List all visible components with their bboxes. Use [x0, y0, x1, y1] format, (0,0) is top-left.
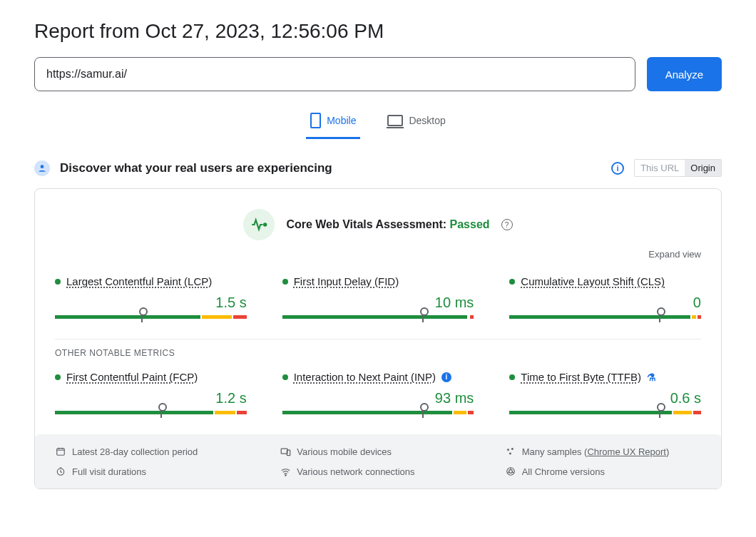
crux-link[interactable]: Chrome UX Report	[587, 446, 666, 457]
metric-value: 1.5 s	[55, 295, 247, 311]
metric-name[interactable]: Largest Contentful Paint (LCP)	[66, 275, 212, 287]
experimental-icon[interactable]: ⚗	[647, 372, 656, 383]
analyze-button[interactable]: Analyze	[647, 57, 722, 91]
tab-desktop-label: Desktop	[409, 115, 445, 126]
metric-name[interactable]: Cumulative Layout Shift (CLS)	[521, 275, 665, 287]
status-dot	[55, 374, 61, 380]
svg-point-6	[511, 448, 514, 450]
other-metrics-label: OTHER NOTABLE METRICS	[55, 348, 701, 358]
footer-devices: Various mobile devices	[280, 446, 476, 457]
tab-mobile[interactable]: Mobile	[306, 106, 360, 139]
footer-versions: All Chrome versions	[505, 466, 701, 477]
metric-value: 0	[509, 295, 701, 311]
tab-mobile-label: Mobile	[327, 115, 356, 126]
svg-point-5	[507, 449, 509, 451]
status-dot	[509, 279, 515, 285]
chrome-icon	[505, 466, 516, 477]
expand-view-link[interactable]: Expand view	[55, 249, 701, 260]
divider	[55, 339, 701, 339]
metric: Largest Contentful Paint (LCP)1.5 s	[55, 275, 247, 319]
url-origin-toggle[interactable]: This URL Origin	[634, 159, 722, 177]
bar-marker	[659, 406, 660, 418]
report-title: Report from Oct 27, 2023, 12:56:06 PM	[34, 20, 722, 43]
bar-marker	[659, 311, 660, 322]
tab-desktop[interactable]: Desktop	[383, 106, 449, 139]
metric-name[interactable]: Time to First Byte (TTFB)	[521, 371, 641, 383]
metric: Interaction to Next Paint (INP)i93 ms	[282, 371, 474, 414]
toggle-this-url[interactable]: This URL	[635, 160, 685, 176]
calendar-icon	[55, 446, 66, 457]
metric: Cumulative Layout Shift (CLS)0	[509, 275, 701, 319]
svg-point-11	[509, 470, 512, 474]
footer-period: Latest 28-day collection period	[55, 446, 251, 457]
status-dot	[509, 374, 515, 380]
bar-marker	[422, 311, 424, 322]
status-dot	[282, 374, 288, 380]
metric-bar	[509, 411, 701, 414]
svg-rect-2	[57, 449, 65, 455]
assessment-help-icon[interactable]: ?	[501, 219, 513, 230]
metric-value: 1.2 s	[55, 390, 247, 406]
bar-marker	[422, 406, 424, 418]
collection-footer: Latest 28-day collection period Various …	[35, 434, 721, 489]
assessment-text: Core Web Vitals Assessment: Passed	[286, 218, 489, 231]
footer-network: Various network connections	[280, 466, 476, 477]
pulse-icon	[243, 209, 275, 240]
bar-marker	[141, 311, 143, 322]
metric-value: 93 ms	[282, 390, 474, 406]
footer-durations: Full visit durations	[55, 466, 251, 477]
status-dot	[55, 279, 61, 285]
metric: First Input Delay (FID)10 ms	[282, 275, 474, 319]
svg-rect-3	[281, 449, 287, 454]
status-dot	[282, 279, 288, 285]
users-icon	[34, 160, 50, 176]
url-input[interactable]	[34, 57, 635, 91]
metric-bar	[509, 315, 701, 319]
mobile-icon	[310, 113, 321, 128]
svg-point-1	[264, 223, 266, 225]
footer-samples: Many samples (Chrome UX Report)	[505, 446, 701, 457]
svg-point-7	[509, 452, 511, 454]
metric-name[interactable]: First Input Delay (FID)	[294, 275, 399, 287]
metric-value: 10 ms	[282, 295, 474, 311]
metric-bar	[282, 315, 474, 319]
devices-icon	[280, 446, 291, 457]
metric-bar	[282, 411, 474, 414]
metric-bar	[55, 315, 247, 319]
metric-name[interactable]: First Contentful Paint (FCP)	[66, 371, 198, 383]
info-badge-icon[interactable]: i	[441, 372, 451, 382]
desktop-icon	[387, 115, 403, 126]
metric: Time to First Byte (TTFB)⚗0.6 s	[509, 371, 701, 414]
metric-bar	[55, 411, 247, 414]
clock-icon	[55, 466, 66, 477]
svg-point-0	[41, 165, 44, 168]
wifi-icon	[280, 466, 291, 477]
svg-point-9	[285, 474, 286, 475]
metric: First Contentful Paint (FCP)1.2 s	[55, 371, 247, 414]
toggle-origin[interactable]: Origin	[685, 160, 721, 176]
section-title: Discover what your real users are experi…	[60, 161, 601, 175]
bar-marker	[160, 406, 162, 418]
metric-value: 0.6 s	[509, 390, 701, 406]
scatter-icon	[505, 446, 516, 457]
metric-name[interactable]: Interaction to Next Paint (INP)	[294, 371, 436, 383]
section-info-icon[interactable]: i	[611, 162, 624, 175]
assessment-card: Core Web Vitals Assessment: Passed ? Exp…	[34, 188, 722, 489]
